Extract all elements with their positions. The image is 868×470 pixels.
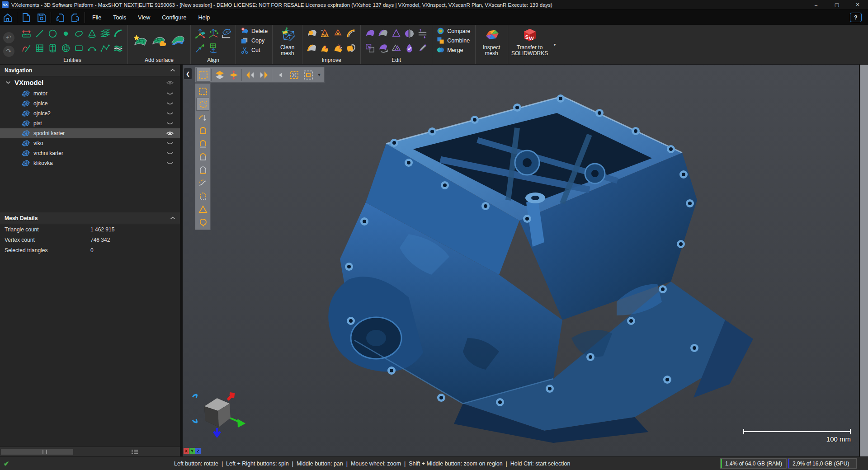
eye-closed-icon[interactable] xyxy=(165,161,175,165)
fill-holes-icon[interactable] xyxy=(305,26,318,41)
inspect-mesh-button[interactable]: Inspect mesh xyxy=(476,25,508,64)
collapse-panel-icon[interactable]: ❮ xyxy=(184,68,192,79)
eye-closed-icon[interactable] xyxy=(165,112,175,115)
save-icon[interactable] xyxy=(34,11,49,24)
refine-icon[interactable] xyxy=(331,26,344,41)
collapse-mesh-details-icon[interactable] xyxy=(170,216,175,220)
model-mesh-spodni-karter[interactable] xyxy=(273,85,779,446)
select-triangle-icon[interactable] xyxy=(196,202,209,216)
arc-icon[interactable] xyxy=(112,26,125,41)
view-cube[interactable] xyxy=(186,392,250,439)
polyline-icon[interactable] xyxy=(99,41,112,55)
sand-icon[interactable] xyxy=(344,41,358,55)
rectangle-icon[interactable] xyxy=(72,41,85,55)
select-rectangle-tool[interactable] xyxy=(196,68,210,82)
boundary-fill-icon[interactable] xyxy=(305,41,318,55)
align-grid-icon[interactable] xyxy=(207,41,220,55)
eye-closed-icon[interactable] xyxy=(165,122,175,125)
chevron-down-icon[interactable] xyxy=(5,81,11,84)
triangle-add-icon[interactable] xyxy=(390,41,403,55)
select-freeform-icon[interactable] xyxy=(196,98,209,111)
rotate-patch-icon[interactable] xyxy=(377,41,390,55)
select-brush-back-icon[interactable] xyxy=(196,163,209,176)
modify-surface-icon[interactable] xyxy=(150,26,169,54)
tree-item-viko[interactable]: viko xyxy=(0,138,180,148)
copy-button[interactable]: Copy xyxy=(239,36,269,45)
menu-file[interactable]: File xyxy=(86,10,107,25)
align-points-icon[interactable] xyxy=(207,26,220,41)
remove-spikes-icon[interactable] xyxy=(318,41,331,55)
clean-mesh-button[interactable]: Clean mesh xyxy=(273,25,302,64)
tree-root-vxmodel[interactable]: VXmodel xyxy=(0,76,180,89)
fit-surface-icon[interactable] xyxy=(169,26,188,54)
zoom-region-icon[interactable] xyxy=(301,68,315,82)
transfer-solidworks-button[interactable]: SW Transfer to SOLIDWORKS xyxy=(508,25,552,64)
maximize-button[interactable]: ▢ xyxy=(826,0,847,10)
cut-button[interactable]: Cut xyxy=(239,46,269,54)
auto-surface-icon[interactable] xyxy=(131,26,150,54)
collapse-navigation-icon[interactable] xyxy=(170,69,175,72)
select-all-layers-icon[interactable] xyxy=(212,68,226,82)
select-path-icon[interactable] xyxy=(196,111,209,124)
tree-item-motor[interactable]: motor xyxy=(0,89,180,99)
mirror-icon[interactable] xyxy=(403,26,416,41)
select-connected-icon[interactable] xyxy=(196,216,209,229)
sphere-icon[interactable] xyxy=(59,41,72,55)
eye-closed-icon[interactable] xyxy=(165,102,175,105)
right-panel-strip[interactable] xyxy=(860,65,868,456)
point-icon[interactable] xyxy=(59,26,72,41)
menu-help[interactable]: Help xyxy=(192,10,216,25)
ellipse-icon[interactable] xyxy=(72,26,85,41)
edit-surface-icon[interactable] xyxy=(363,26,377,41)
eye-closed-icon[interactable] xyxy=(165,151,175,155)
delete-button[interactable]: Delete xyxy=(239,27,269,35)
merge-button[interactable]: Merge xyxy=(435,46,472,54)
toolbar-more-caret[interactable]: ▾ xyxy=(315,68,323,82)
tree-item-klikovka[interactable]: klikovka xyxy=(0,158,180,168)
arc-3pt-icon[interactable] xyxy=(85,41,99,55)
eye-icon-dim[interactable] xyxy=(165,80,175,85)
plane-grid-icon[interactable] xyxy=(33,41,46,55)
menu-view[interactable]: View xyxy=(132,10,156,25)
tree-size-slider[interactable] xyxy=(1,449,73,455)
tree-item-pist[interactable]: pist xyxy=(0,118,180,128)
line-icon[interactable] xyxy=(33,26,46,41)
planes-stack-icon[interactable] xyxy=(99,26,112,41)
cylinder-icon[interactable] xyxy=(46,41,59,55)
combine-button[interactable]: Combine xyxy=(435,36,472,45)
select-brush-front-icon[interactable] xyxy=(196,150,209,163)
tree-item-ojnice2[interactable]: ojnice2 xyxy=(0,108,180,118)
compare-button[interactable]: Compare xyxy=(435,27,472,35)
home-icon[interactable] xyxy=(0,11,15,24)
viewport-3d[interactable]: ❮ ▾ xyxy=(183,65,859,456)
align-arrow-icon[interactable] xyxy=(193,41,207,55)
extend-icon[interactable] xyxy=(377,26,390,41)
flip-selection-right-icon[interactable] xyxy=(257,68,271,82)
smooth-boundary-icon[interactable] xyxy=(344,26,358,41)
eye-closed-icon[interactable] xyxy=(165,92,175,95)
curve-icon[interactable] xyxy=(20,41,33,55)
tree-item-vrchni-karter[interactable]: vrchni karter xyxy=(0,148,180,158)
menu-tools[interactable]: Tools xyxy=(107,10,132,25)
select-visible-layer-icon[interactable] xyxy=(226,68,241,82)
list-view-icon[interactable] xyxy=(131,449,138,455)
menu-configure[interactable]: Configure xyxy=(156,10,192,25)
tree-item-ojnice[interactable]: ojnice xyxy=(0,99,180,108)
eye-open-icon[interactable] xyxy=(165,131,175,136)
select-spline-icon[interactable] xyxy=(196,176,209,189)
resize-icon[interactable] xyxy=(363,41,377,55)
cross-section-icon[interactable] xyxy=(112,41,125,55)
align-mesh-icon[interactable] xyxy=(220,26,233,41)
previous-view-icon[interactable] xyxy=(273,68,287,82)
pencil-icon[interactable] xyxy=(416,41,429,55)
new-session-icon[interactable] xyxy=(19,11,34,24)
cone-icon[interactable] xyxy=(85,26,99,41)
undo-session-icon[interactable] xyxy=(52,11,68,24)
select-brush-all-icon[interactable] xyxy=(196,124,209,137)
measure-icon[interactable] xyxy=(20,26,33,41)
waterproof-icon[interactable] xyxy=(403,41,416,55)
select-partial-icon[interactable] xyxy=(196,189,209,202)
zoom-extents-icon[interactable] xyxy=(287,68,301,82)
redo-icon[interactable]: ↷ xyxy=(3,46,14,57)
circle-icon[interactable] xyxy=(46,26,59,41)
